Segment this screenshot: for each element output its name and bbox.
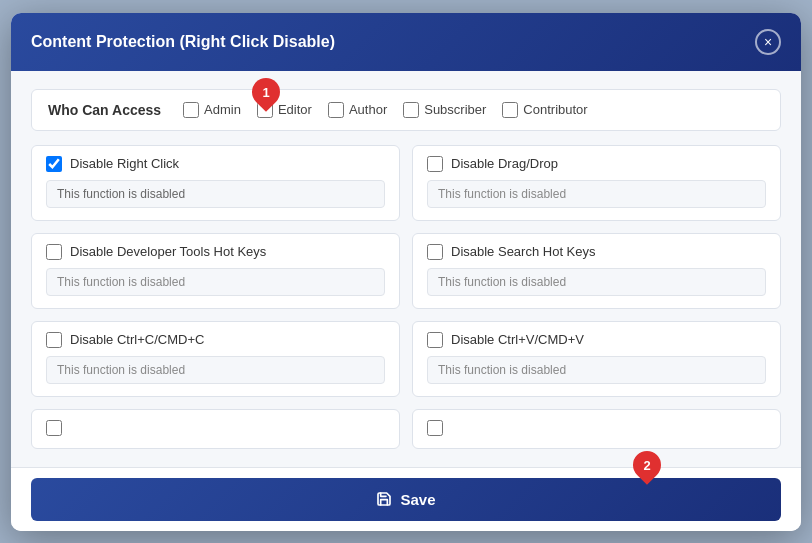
disable-drag-drop-label: Disable Drag/Drop bbox=[451, 156, 558, 171]
feature-header: Disable Drag/Drop bbox=[427, 156, 766, 172]
feature-card-disable-drag-drop: Disable Drag/Drop This function is disab… bbox=[412, 145, 781, 221]
feature-card-disable-ctrl-v: Disable Ctrl+V/CMD+V This function is di… bbox=[412, 321, 781, 397]
author-checkbox[interactable] bbox=[328, 102, 344, 118]
subscriber-label: Subscriber bbox=[424, 102, 486, 117]
admin-checkbox[interactable] bbox=[183, 102, 199, 118]
role-admin[interactable]: Admin bbox=[183, 102, 241, 118]
feature-header bbox=[427, 420, 766, 436]
disable-search-hotkeys-label: Disable Search Hot Keys bbox=[451, 244, 596, 259]
modal-footer: 2 Save bbox=[11, 467, 801, 531]
disable-ctrl-c-status: This function is disabled bbox=[46, 356, 385, 384]
contributor-checkbox[interactable] bbox=[502, 102, 518, 118]
role-author[interactable]: Author bbox=[328, 102, 387, 118]
disable-ctrl-c-checkbox[interactable] bbox=[46, 332, 62, 348]
disable-ctrl-v-label: Disable Ctrl+V/CMD+V bbox=[451, 332, 584, 347]
feature-header: Disable Search Hot Keys bbox=[427, 244, 766, 260]
save-label: Save bbox=[400, 491, 435, 508]
disable-right-click-checkbox[interactable] bbox=[46, 156, 62, 172]
disable-drag-drop-status: This function is disabled bbox=[427, 180, 766, 208]
modal-overlay: Content Protection (Right Click Disable)… bbox=[0, 0, 812, 543]
modal-title: Content Protection (Right Click Disable) bbox=[31, 33, 335, 51]
partial-right-checkbox[interactable] bbox=[427, 420, 443, 436]
modal-body: 1 Who Can Access Admin Editor Author bbox=[11, 71, 801, 467]
feature-card-disable-search-hotkeys: Disable Search Hot Keys This function is… bbox=[412, 233, 781, 309]
admin-label: Admin bbox=[204, 102, 241, 117]
who-can-access-row: 1 Who Can Access Admin Editor Author bbox=[31, 89, 781, 131]
disable-dev-tools-status: This function is disabled bbox=[46, 268, 385, 296]
save-button[interactable]: Save bbox=[31, 478, 781, 521]
subscriber-checkbox[interactable] bbox=[403, 102, 419, 118]
disable-search-hotkeys-status: This function is disabled bbox=[427, 268, 766, 296]
disable-ctrl-c-label: Disable Ctrl+C/CMD+C bbox=[70, 332, 204, 347]
feature-header: Disable Right Click bbox=[46, 156, 385, 172]
disable-search-hotkeys-checkbox[interactable] bbox=[427, 244, 443, 260]
who-can-access-label: Who Can Access bbox=[48, 102, 161, 118]
feature-card-partial-left bbox=[31, 409, 400, 449]
disable-ctrl-v-status: This function is disabled bbox=[427, 356, 766, 384]
modal: Content Protection (Right Click Disable)… bbox=[11, 13, 801, 531]
contributor-label: Contributor bbox=[523, 102, 587, 117]
features-grid: Disable Right Click This function is dis… bbox=[31, 145, 781, 449]
feature-card-disable-ctrl-c: Disable Ctrl+C/CMD+C This function is di… bbox=[31, 321, 400, 397]
modal-header: Content Protection (Right Click Disable)… bbox=[11, 13, 801, 71]
role-contributor[interactable]: Contributor bbox=[502, 102, 587, 118]
close-button[interactable]: × bbox=[755, 29, 781, 55]
feature-card-disable-dev-tools: Disable Developer Tools Hot Keys This fu… bbox=[31, 233, 400, 309]
feature-header bbox=[46, 420, 385, 436]
feature-header: Disable Developer Tools Hot Keys bbox=[46, 244, 385, 260]
disable-dev-tools-label: Disable Developer Tools Hot Keys bbox=[70, 244, 266, 259]
disable-right-click-label: Disable Right Click bbox=[70, 156, 179, 171]
disable-drag-drop-checkbox[interactable] bbox=[427, 156, 443, 172]
feature-header: Disable Ctrl+C/CMD+C bbox=[46, 332, 385, 348]
partial-left-checkbox[interactable] bbox=[46, 420, 62, 436]
save-icon bbox=[376, 491, 392, 507]
feature-card-disable-right-click: Disable Right Click This function is dis… bbox=[31, 145, 400, 221]
author-label: Author bbox=[349, 102, 387, 117]
editor-label: Editor bbox=[278, 102, 312, 117]
disable-ctrl-v-checkbox[interactable] bbox=[427, 332, 443, 348]
disable-dev-tools-checkbox[interactable] bbox=[46, 244, 62, 260]
role-subscriber[interactable]: Subscriber bbox=[403, 102, 486, 118]
feature-header: Disable Ctrl+V/CMD+V bbox=[427, 332, 766, 348]
feature-card-partial-right bbox=[412, 409, 781, 449]
disable-right-click-status: This function is disabled bbox=[46, 180, 385, 208]
